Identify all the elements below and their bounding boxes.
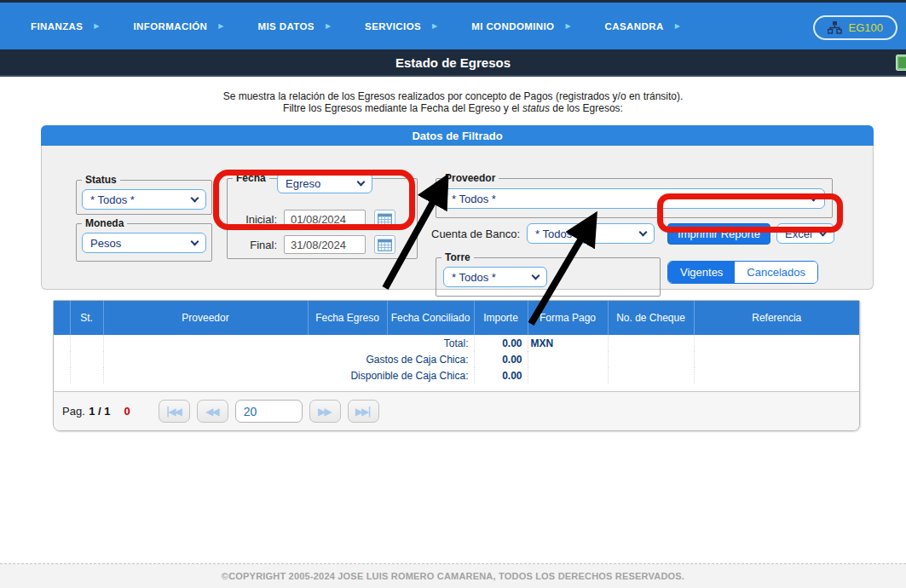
nav-arrow-icon: ▶ [432, 23, 437, 30]
next-page-icon: ▶▶ [318, 406, 330, 418]
instructions-line1: Se muestra la relación de los Egresos re… [0, 90, 906, 102]
fecha-type-select[interactable]: Egreso [277, 173, 372, 193]
col-fecha-egreso: Fecha Egreso [308, 301, 387, 335]
chevron-down-icon [639, 228, 648, 236]
top-navbar: FINANZAS ▶ INFORMACIÓN ▶ MIS DATOS ▶ SER… [0, 0, 906, 49]
moneda-fieldset: Moneda Pesos [76, 217, 212, 262]
footer: ©COPYRIGHT 2005-2024 JOSE LUIS ROMERO CA… [0, 563, 906, 588]
col-proveedor: Proveedor [103, 301, 308, 335]
fecha-final-row: Final: [238, 235, 395, 254]
summary-currency [528, 367, 608, 383]
summary-label: Gastos de Caja Chica: [103, 351, 474, 367]
nav-arrow-icon: ▶ [565, 23, 570, 30]
account-code: EG100 [849, 21, 883, 34]
moneda-select[interactable]: Pesos [82, 233, 206, 253]
last-page-button[interactable]: ▶▶| [348, 400, 379, 423]
sitemap-icon [828, 21, 842, 34]
instructions-line2: Filtre los Egresos mediante la Fecha del… [0, 102, 906, 114]
summary-label: Disponible de Caja Chica: [103, 367, 474, 383]
account-eg100-button[interactable]: EG100 [813, 15, 897, 40]
status-fieldset: Status * Todos * [76, 174, 212, 215]
fecha-final-input[interactable] [284, 235, 366, 254]
first-page-button[interactable]: |◀◀ [159, 400, 190, 423]
col-referencia: Referencia [694, 301, 859, 335]
chevron-down-icon [357, 177, 366, 186]
page-size-input[interactable] [235, 400, 303, 423]
summary-currency: MXN [528, 335, 608, 351]
page: FINANZAS ▶ INFORMACIÓN ▶ MIS DATOS ▶ SER… [0, 0, 906, 588]
next-page-button[interactable]: ▶▶ [309, 400, 341, 423]
cuenta-banco-row: Cuenta de Banco: * Todos * [431, 223, 655, 244]
vigentes-button[interactable]: Vigentes [668, 262, 735, 283]
spacer-row [54, 383, 859, 391]
prev-page-icon: ◀◀ [205, 406, 217, 418]
excel-select[interactable]: Excel [776, 223, 834, 244]
fecha-final-label: Final: [238, 239, 277, 251]
pagination-bar: Pag. 1 / 1 0 |◀◀ ◀◀ ▶▶ ▶▶| [54, 391, 859, 430]
page-title: Estado de Egresos [395, 55, 511, 70]
chevron-down-icon [532, 271, 540, 280]
calendar-button[interactable] [374, 235, 395, 254]
nav-arrow-icon: ▶ [94, 23, 99, 30]
calendar-icon [378, 239, 392, 251]
page-indicator: 1 / 1 [89, 405, 110, 418]
col-importe: Importe [474, 301, 528, 335]
col-icon [54, 301, 70, 335]
proveedor-fieldset: Proveedor * Todos * [436, 172, 833, 218]
nav-item-informacion[interactable]: INFORMACIÓN ▶ [134, 21, 224, 32]
status-select[interactable]: * Todos * [82, 189, 206, 210]
torre-select[interactable]: * Todos * [443, 267, 547, 287]
egresos-table-container: St. Proveedor Fecha Egreso Fecha Concili… [53, 300, 860, 431]
nav-item-casandra[interactable]: CASANDRA ▶ [605, 21, 680, 32]
summary-currency [528, 351, 608, 367]
torre-fieldset: Torre * Todos * [436, 251, 661, 297]
col-forma-pago: Forma Pago [528, 301, 608, 335]
fecha-fieldset: Fecha Egreso Inicial: [227, 172, 418, 259]
last-page-icon: ▶▶| [355, 406, 370, 418]
nav-arrow-icon: ▶ [326, 23, 331, 30]
proveedor-select[interactable]: * Todos * [443, 188, 825, 209]
calendar-icon [378, 213, 392, 226]
nav-arrow-icon: ▶ [218, 23, 223, 30]
summary-row-disponible: Disponible de Caja Chica: 0.00 [54, 367, 859, 383]
chevron-down-icon [191, 193, 199, 202]
col-no-cheque: No. de Cheque [608, 301, 694, 335]
col-fecha-conciliado: Fecha Conciliado [387, 301, 474, 335]
summary-value: 0.00 [474, 367, 528, 383]
nav-item-mis-datos[interactable]: MIS DATOS ▶ [257, 21, 331, 32]
table-header-row: St. Proveedor Fecha Egreso Fecha Concili… [54, 301, 859, 335]
egresos-table: St. Proveedor Fecha Egreso Fecha Concili… [54, 301, 859, 391]
col-st: St. [70, 301, 103, 335]
filter-panel-title: Datos de Filtrado [41, 125, 874, 146]
record-count: 0 [124, 405, 130, 418]
chevron-down-icon [191, 237, 199, 245]
nav-item-mi-condominio[interactable]: MI CONDOMINIO ▶ [471, 21, 570, 32]
chevron-down-icon [819, 228, 828, 236]
vigentes-cancelados-toggle: Vigentes Cancelados [667, 261, 818, 284]
imprimir-reporte-button[interactable]: Imprimir Reporte [667, 223, 770, 245]
instructions-text: Se muestra la relación de los Egresos re… [0, 90, 906, 114]
nav-item-finanzas[interactable]: FINANZAS ▶ [31, 21, 100, 32]
cuenta-banco-select[interactable]: * Todos * [527, 223, 655, 244]
filter-panel: Datos de Filtrado Status * Todos * Moned… [41, 125, 874, 290]
copyright-text: ©COPYRIGHT 2005-2024 JOSE LUIS ROMERO CA… [222, 571, 684, 581]
help-money-icon[interactable] [896, 55, 906, 71]
summary-row-gastos: Gastos de Caja Chica: 0.00 [54, 351, 859, 367]
fecha-inicial-input[interactable] [284, 210, 366, 228]
cuenta-banco-label: Cuenta de Banco: [431, 228, 520, 240]
chevron-down-icon [810, 193, 818, 201]
fecha-inicial-label: Inicial: [238, 213, 277, 226]
first-page-icon: |◀◀ [166, 406, 181, 418]
summary-label: Total: [103, 335, 474, 351]
nav-item-servicios[interactable]: SERVICIOS ▶ [365, 21, 437, 32]
nav-arrow-icon: ▶ [675, 23, 680, 30]
cancelados-button[interactable]: Cancelados [735, 262, 817, 283]
fecha-inicial-row: Inicial: [238, 210, 395, 228]
filter-panel-body: Status * Todos * Moneda Pesos Fecha Egre… [41, 146, 874, 290]
summary-row-total: Total: 0.00 MXN [54, 335, 859, 351]
page-title-bar: Estado de Egresos [0, 49, 906, 77]
prev-page-button[interactable]: ◀◀ [197, 400, 228, 423]
calendar-button[interactable] [374, 210, 395, 228]
nav-menu: FINANZAS ▶ INFORMACIÓN ▶ MIS DATOS ▶ SER… [0, 21, 680, 32]
summary-value: 0.00 [474, 335, 528, 351]
